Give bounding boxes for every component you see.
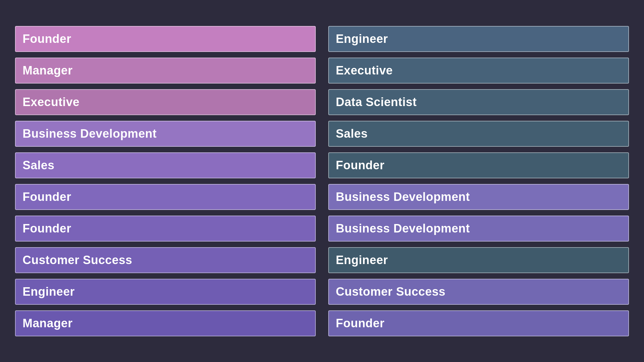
tag-label: Customer Success	[23, 253, 132, 267]
tag-item-left[interactable]: Founder	[15, 216, 316, 242]
tag-item-left[interactable]: Sales	[15, 152, 316, 178]
tag-item-right[interactable]: Founder	[328, 310, 629, 336]
tag-label: Engineer	[336, 32, 388, 46]
tag-label: Founder	[23, 32, 71, 46]
tag-item-right[interactable]: Business Development	[328, 184, 629, 210]
tag-label: Data Scientist	[336, 95, 417, 109]
tag-item-left[interactable]: Manager	[15, 58, 316, 84]
tag-label: Executive	[23, 95, 80, 109]
tag-item-left[interactable]: Founder	[15, 184, 316, 210]
tag-label: Founder	[336, 159, 384, 172]
tag-item-right[interactable]: Business Development	[328, 216, 629, 242]
tag-item-left[interactable]: Engineer	[15, 279, 316, 305]
tag-label: Business Development	[23, 127, 157, 140]
tag-label: Founder	[336, 317, 384, 330]
tag-label: Manager	[23, 317, 73, 330]
tag-item-right[interactable]: Engineer	[328, 247, 629, 273]
tag-label: Sales	[23, 159, 55, 172]
tag-label: Customer Success	[336, 285, 445, 298]
tag-item-left[interactable]: Founder	[15, 26, 316, 52]
tag-grid: FounderEngineerManagerExecutiveExecutive…	[15, 17, 629, 346]
tag-label: Founder	[23, 222, 71, 235]
tag-label: Engineer	[23, 285, 75, 298]
tag-item-left[interactable]: Business Development	[15, 121, 316, 147]
tag-label: Founder	[23, 190, 71, 204]
tag-label: Manager	[23, 64, 73, 77]
tag-item-right[interactable]: Engineer	[328, 26, 629, 52]
tag-item-right[interactable]: Data Scientist	[328, 89, 629, 115]
tag-label: Business Development	[336, 190, 470, 204]
tag-item-right[interactable]: Sales	[328, 121, 629, 147]
tag-item-right[interactable]: Executive	[328, 58, 629, 84]
tag-label: Business Development	[336, 222, 470, 235]
tag-item-left[interactable]: Executive	[15, 89, 316, 115]
tag-item-left[interactable]: Customer Success	[15, 247, 316, 273]
tag-item-right[interactable]: Founder	[328, 152, 629, 178]
tag-label: Executive	[336, 64, 393, 77]
tag-label: Sales	[336, 127, 368, 140]
tag-item-right[interactable]: Customer Success	[328, 279, 629, 305]
tag-item-left[interactable]: Manager	[15, 310, 316, 336]
tag-label: Engineer	[336, 253, 388, 267]
